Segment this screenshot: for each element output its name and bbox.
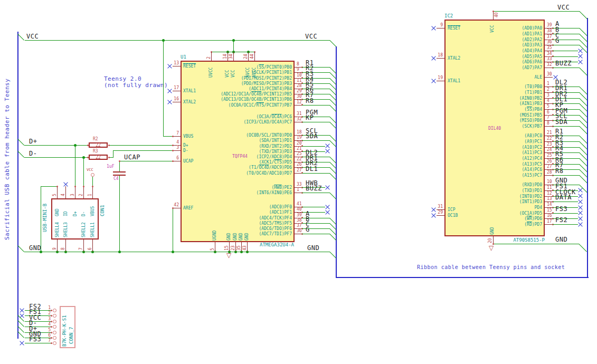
pin-name: (A14)PC6 bbox=[522, 167, 542, 172]
wire-segment bbox=[302, 193, 330, 193]
pin-number: 26 bbox=[547, 159, 552, 164]
pin-stub bbox=[57, 186, 58, 198]
pin-name: VBUS bbox=[183, 134, 193, 139]
left-bus-note: Sacrificial USB cable from header to Tee… bbox=[4, 79, 11, 240]
pin-number: 8 bbox=[61, 247, 65, 250]
pin-stub bbox=[173, 91, 181, 91]
pin-name: ALE bbox=[535, 75, 542, 80]
pin-number: 32 bbox=[297, 117, 302, 121]
pin-number: 11 bbox=[297, 78, 302, 83]
connector-circle bbox=[53, 320, 56, 323]
pin-number: 39 bbox=[297, 213, 302, 217]
pin-stub bbox=[75, 186, 75, 198]
junction-dot bbox=[172, 251, 174, 253]
pin-name: (WR)PD6 bbox=[524, 216, 542, 221]
no-connect-icon bbox=[431, 213, 436, 218]
bus-entry-wire bbox=[329, 40, 336, 47]
connector-circle bbox=[53, 336, 56, 340]
pin-name: (AIN0)PB2 bbox=[519, 96, 542, 101]
wire-segment bbox=[41, 186, 41, 252]
pin-name: (AD4)PA4 bbox=[522, 49, 542, 53]
pin-name: (ICP3/CLKO/OC4A)PC7 bbox=[243, 120, 292, 124]
net-label-FS2: FS2 bbox=[555, 216, 567, 224]
connector-circle bbox=[53, 309, 56, 312]
pin-name: (RD)PD7 bbox=[524, 222, 542, 227]
pin-name: GND bbox=[226, 233, 231, 241]
pin-number: 7 bbox=[79, 247, 83, 250]
pin-number: 31 bbox=[438, 204, 443, 209]
wire-segment bbox=[493, 244, 579, 244]
pin-stub bbox=[241, 242, 242, 252]
pin-stub bbox=[173, 161, 181, 161]
pin-number: 29 bbox=[438, 210, 443, 215]
pin-number: 22 bbox=[297, 157, 302, 161]
no-connect-icon bbox=[578, 49, 583, 53]
pin-number: 18 bbox=[438, 53, 443, 58]
pin-number: 26 bbox=[297, 162, 302, 167]
capacitor-plate bbox=[113, 175, 126, 176]
wire-segment bbox=[553, 51, 578, 51]
net-label-BUZZ: BUZZ bbox=[555, 60, 572, 67]
no-connect-icon bbox=[20, 308, 24, 313]
pin-name: VCC bbox=[490, 25, 495, 33]
bus-entry-wire bbox=[17, 245, 24, 252]
pin-end-dot bbox=[172, 136, 174, 137]
wire-segment bbox=[553, 175, 580, 176]
pin-number: 40 bbox=[297, 207, 302, 212]
wire-segment bbox=[109, 145, 173, 146]
pin-number: 15 bbox=[224, 245, 229, 251]
pin-number: 20 bbox=[488, 238, 492, 243]
pin-name: UCAP bbox=[183, 159, 193, 164]
pin-stub bbox=[254, 52, 255, 61]
pin-stub bbox=[211, 52, 212, 61]
capacitor-ref: C4 bbox=[113, 176, 119, 181]
pin-name: RESET bbox=[448, 26, 460, 31]
pin-number: 29 bbox=[297, 89, 302, 93]
no-connect-icon bbox=[325, 149, 330, 154]
pin-stub bbox=[248, 52, 249, 61]
pin-number: 19 bbox=[297, 135, 302, 140]
pin-number: 39 bbox=[547, 23, 552, 27]
pin-number: 41 bbox=[297, 202, 302, 206]
pin-number: 23 bbox=[231, 245, 235, 251]
pin-name: ICP bbox=[448, 207, 455, 212]
pin-name: (ADC6/TDO)PF6 bbox=[259, 226, 292, 231]
pin-name: UVCC bbox=[209, 68, 213, 78]
pin-name: (A11)PC3 bbox=[522, 150, 542, 155]
pin-stub bbox=[83, 186, 84, 198]
pin-name: (ADC0)PF0 bbox=[269, 205, 292, 209]
net-label-gnd: GND bbox=[29, 244, 41, 252]
pin-number: 33 bbox=[547, 56, 552, 61]
no-connect-icon bbox=[325, 210, 330, 215]
pin-stub bbox=[437, 28, 444, 28]
pin-stub bbox=[173, 102, 181, 102]
wire-segment bbox=[24, 145, 89, 146]
ribbon-bus-bottom bbox=[336, 277, 589, 278]
pin-end-dot bbox=[119, 160, 120, 162]
pin-number: 1 bbox=[547, 81, 549, 86]
pin-stub bbox=[92, 186, 93, 198]
pin-name: (T0)PB0 bbox=[524, 84, 542, 89]
pin-name: (TXD)PD1 bbox=[522, 188, 542, 193]
resistor-ref: R3 bbox=[93, 149, 98, 154]
pin-number: 9 bbox=[52, 247, 57, 250]
pin-name: (AD6)PA6 bbox=[522, 60, 542, 64]
wire-segment bbox=[113, 150, 113, 157]
pin-name: RESET bbox=[183, 64, 196, 69]
pin-number: 2 bbox=[48, 311, 51, 315]
wire-segment bbox=[553, 202, 578, 202]
junction-dot bbox=[82, 156, 85, 159]
pin-name: (INT1)PD3 bbox=[519, 199, 542, 204]
pin-number: 21 bbox=[547, 130, 552, 135]
resistor-value: 22 bbox=[89, 155, 108, 160]
connector-circle bbox=[53, 314, 56, 318]
wire-segment bbox=[75, 145, 75, 186]
pin-name: PD4 bbox=[535, 205, 542, 210]
pin-number: 15 bbox=[547, 208, 552, 213]
pin-name: (A10)PC2 bbox=[522, 145, 542, 150]
pin-name: (SCK)PB7 bbox=[522, 124, 542, 129]
wire-segment bbox=[24, 252, 330, 252]
junction-dot bbox=[118, 251, 121, 253]
pin-name: (INT6/AIN0)PE6 bbox=[257, 190, 292, 195]
no-connect-icon bbox=[431, 26, 436, 31]
